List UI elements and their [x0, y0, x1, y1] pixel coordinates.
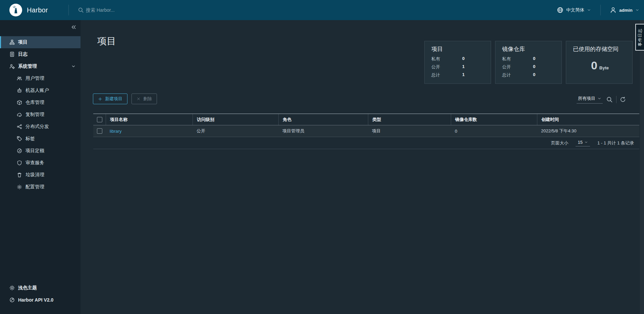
- page-title: 项目: [97, 35, 116, 48]
- sidebar-item-user-management[interactable]: 用户管理: [0, 72, 80, 84]
- plus-icon: [98, 97, 102, 101]
- sidebar-item-project-quotas[interactable]: 项目定额: [0, 145, 80, 157]
- sidebar-item-garbage-collection[interactable]: 垃圾清理: [0, 169, 80, 181]
- chevron-down-icon: [71, 64, 76, 69]
- delete-label: 删除: [143, 96, 152, 102]
- cell-role: 项目管理员: [278, 125, 368, 137]
- sidebar-item-replications[interactable]: 复制管理: [0, 109, 80, 121]
- storage-value: 0: [591, 59, 597, 72]
- event-log-tab-label: 事件日志: [637, 28, 643, 46]
- sidebar-item-label: 浅色主题: [18, 285, 37, 291]
- column-header-role[interactable]: 角色: [278, 114, 368, 125]
- summary-cards: 项目 私有0 公开1 总计1 镜像仓库 私有0 公开0 总计0 已使用的存储空间…: [424, 41, 633, 84]
- cloud-replication-icon: [17, 112, 22, 117]
- records-range-label: 1 - 1 共计 1 条记录: [597, 140, 634, 146]
- projects-table: 项目名称 访问级别 角色 类型 镜像仓库数 创建时间 library 公开 项目…: [93, 114, 639, 149]
- cell-created: 2022/5/8 下午4:30: [537, 125, 639, 137]
- page-size-value: 15: [578, 140, 582, 145]
- sidebar-item-registries[interactable]: 仓库管理: [0, 97, 80, 109]
- stat-label: 私有: [502, 56, 511, 61]
- sidebar-item-configuration[interactable]: 配置管理: [0, 181, 80, 193]
- stat-value: 1: [462, 72, 465, 77]
- delete-project-button[interactable]: 删除: [131, 93, 157, 104]
- harbor-logo-icon: [9, 4, 22, 16]
- sidebar-item-logs[interactable]: 日志: [0, 48, 80, 60]
- cell-type: 项目: [368, 125, 451, 137]
- user-menu[interactable]: admin: [610, 0, 639, 20]
- sidebar-item-light-theme[interactable]: 浅色主题: [0, 282, 80, 294]
- sidebar-item-label: 仓库管理: [25, 100, 44, 106]
- sidebar-item-interrogation-services[interactable]: 审查服务: [0, 157, 80, 169]
- stat-label: 私有: [431, 56, 440, 61]
- language-menu[interactable]: 中文简体: [557, 0, 591, 20]
- controls-divider: [616, 96, 616, 103]
- api-docs-icon: [9, 297, 15, 303]
- search-icon: [78, 7, 84, 13]
- sidebar-item-label: 项目: [18, 39, 28, 45]
- sidebar-item-label: 配置管理: [25, 184, 44, 190]
- page-size-label: 页面大小: [551, 140, 568, 146]
- sidebar-item-label: 项目定额: [25, 148, 44, 154]
- sidebar-item-distribution[interactable]: 分布式分发: [0, 121, 80, 133]
- list-controls: 所有项目: [577, 96, 626, 104]
- sidebar-item-harbor-api[interactable]: Harbor API V2.0: [0, 294, 80, 306]
- table-row: library 公开 项目管理员 项目 0 2022/5/8 下午4:30: [93, 125, 639, 137]
- sidebar-item-labels[interactable]: 标签: [0, 133, 80, 145]
- robot-icon: [17, 88, 22, 93]
- sidebar-item-projects[interactable]: 项目: [0, 36, 80, 48]
- row-checkbox[interactable]: [97, 128, 102, 134]
- sidebar-item-label: 标签: [25, 136, 35, 142]
- chevron-down-icon: [584, 140, 588, 144]
- sidebar-item-administration[interactable]: 系统管理: [0, 60, 80, 72]
- shield-icon: [17, 160, 22, 166]
- project-type-filter[interactable]: 所有项目: [577, 96, 603, 104]
- stat-value: 0: [462, 56, 465, 61]
- globe-icon: [557, 7, 564, 13]
- trash-icon: [17, 172, 22, 178]
- new-project-button[interactable]: 新建项目: [93, 93, 127, 104]
- users-icon: [17, 76, 22, 81]
- select-all-checkbox[interactable]: [97, 117, 102, 122]
- column-header-repo-count[interactable]: 镜像仓库数: [451, 114, 537, 125]
- double-chevron-left-icon: [70, 24, 76, 30]
- stat-label: 公开: [431, 64, 440, 69]
- search-icon[interactable]: [606, 96, 613, 103]
- column-header-created[interactable]: 创建时间: [537, 114, 639, 125]
- sidebar-item-label: 系统管理: [18, 63, 37, 69]
- stat-label: 公开: [502, 64, 511, 69]
- filter-selected-label: 所有项目: [578, 96, 595, 102]
- brand-title[interactable]: Harbor: [27, 0, 48, 20]
- sidebar-item-label: 日志: [18, 51, 28, 57]
- cell-access-level: 公开: [193, 125, 278, 137]
- main-content: 项目 项目 私有0 公开1 总计1 镜像仓库 私有0 公开0 总计0 已使用的存…: [80, 20, 644, 314]
- chevron-down-icon: [635, 8, 639, 12]
- sidebar-item-label: 审查服务: [25, 160, 44, 166]
- global-search-input[interactable]: [86, 7, 227, 13]
- admin-user-gear-icon: [9, 64, 15, 69]
- sidebar: 项目 日志 系统管理 用户管理 机器人账户 仓库管理 复制管理: [0, 20, 80, 314]
- card-title: 已使用的存储空间: [573, 45, 627, 53]
- stat-value: 0: [533, 72, 535, 77]
- sidebar-item-label: 用户管理: [25, 75, 44, 81]
- event-log-tab[interactable]: 事件日志: [635, 24, 644, 51]
- chevron-down-icon: [587, 8, 591, 12]
- user-icon: [610, 7, 616, 13]
- username-label: admin: [619, 8, 633, 13]
- quota-gauge-icon: [17, 148, 22, 153]
- share-icon: [17, 124, 22, 129]
- scrollbar-track[interactable]: [640, 20, 644, 314]
- header-divider: [600, 5, 601, 15]
- sidebar-collapse-button[interactable]: [69, 23, 78, 32]
- sidebar-item-robot-accounts[interactable]: 机器人账户: [0, 84, 80, 97]
- page-size-select[interactable]: 15: [576, 140, 590, 146]
- projects-icon: [9, 40, 15, 45]
- storage-summary-card: 已使用的存储空间 0Byte: [566, 41, 633, 84]
- app-header: Harbor 中文简体 admin: [0, 0, 644, 20]
- column-header-access-level[interactable]: 访问级别: [193, 114, 278, 125]
- project-name-link[interactable]: library: [110, 129, 121, 134]
- column-header-type[interactable]: 类型: [368, 114, 451, 125]
- stat-label: 总计: [431, 72, 440, 77]
- stat-label: 总计: [502, 72, 511, 77]
- column-header-name[interactable]: 项目名称: [106, 114, 193, 125]
- refresh-icon[interactable]: [620, 97, 626, 103]
